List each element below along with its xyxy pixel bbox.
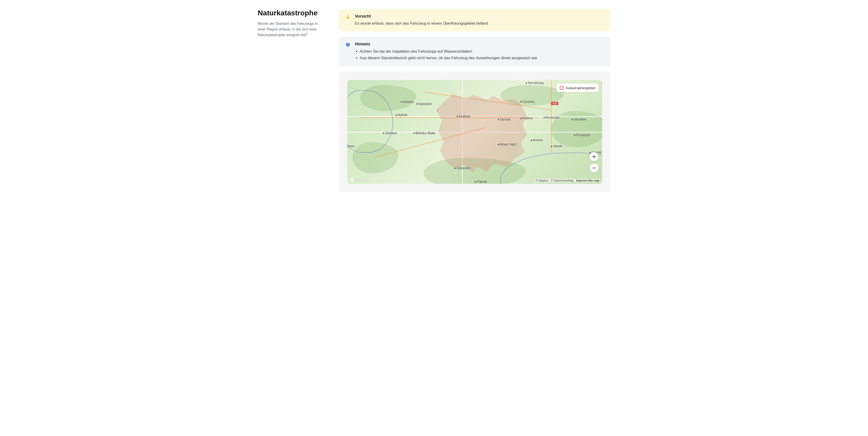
svg-rect-3 [348, 44, 348, 46]
city-label: Rybnik [396, 113, 407, 117]
city-label: Sanok [551, 144, 562, 148]
zoom-in-button[interactable] [590, 152, 598, 161]
alert-warning-title: Vorsicht [355, 14, 604, 19]
alert-info-body: Hinweis Achten Sie bei der Inspektion de… [355, 42, 604, 61]
city-label: Przemyśl [574, 133, 590, 137]
alert-info: Hinweis Achten Sie bei der Inspektion de… [339, 37, 610, 66]
alert-warning: Vorsicht Es wurde erfasst, dass sich das… [339, 9, 610, 31]
attribution-improve-link[interactable]: Improve this map [576, 179, 600, 182]
city-label: Rzeszów [544, 115, 559, 119]
road-badge: S19 [551, 102, 558, 105]
svg-point-1 [348, 18, 348, 18]
legend-label: Katastrophengebiet [566, 86, 595, 90]
page-root: Naturkatastrophe Wurde der Standort des … [258, 9, 610, 192]
plus-icon [592, 155, 596, 159]
city-label: Nowy Sącz [498, 142, 517, 146]
mapbox-logo-text: mapbox [355, 178, 367, 181]
city-label: Krakow [457, 114, 470, 118]
minus-icon [592, 166, 596, 170]
alert-info-title: Hinweis [355, 42, 604, 46]
mapbox-logo-icon [350, 178, 353, 181]
city-label: Bielsko-Biała [413, 131, 435, 135]
main-content: Vorsicht Es wurde erfasst, dass sich das… [339, 9, 610, 192]
city-label: Jarosław [572, 118, 586, 121]
map-attribution: © Mapbox © OpenStreetMap Improve this ma… [535, 179, 600, 182]
city-label: Tarnów [498, 118, 510, 121]
mapbox-logo[interactable]: mapbox [350, 178, 367, 181]
list-item: Aus diesem Standortbericht geht nicht he… [360, 55, 604, 61]
map-card: Tarnobrzeg Gliwice Katowice Cyranka Rybn… [339, 72, 610, 192]
attribution-osm-link[interactable]: © OpenStreetMap [551, 179, 574, 182]
list-item: Achten Sie bei der Inspektion des Fahrze… [360, 48, 604, 55]
city-label: Tarnobrzeg [526, 81, 544, 85]
disaster-area-overlay [436, 92, 528, 173]
sidebar: Naturkatastrophe Wurde der Standort des … [258, 9, 326, 192]
city-label: Poprad [475, 180, 487, 183]
map[interactable]: Tarnobrzeg Gliwice Katowice Cyranka Rybn… [347, 80, 602, 184]
legend-swatch-icon [560, 86, 564, 90]
city-label: Dębica [521, 116, 532, 120]
svg-rect-0 [348, 16, 348, 18]
zoom-out-button[interactable] [590, 164, 598, 172]
info-icon [345, 42, 350, 47]
city-label: Zakopane [454, 166, 470, 170]
page-title: Naturkatastrophe [258, 9, 326, 17]
zoom-controls [590, 152, 598, 172]
city-label: Katowice [416, 102, 432, 106]
city-label: Krosno [531, 138, 543, 142]
city-label: Gliwice [401, 100, 414, 104]
map-legend: Katastrophengebiet [557, 83, 598, 92]
alert-warning-body: Vorsicht Es wurde erfasst, dass sich das… [355, 14, 604, 26]
attribution-mapbox-link[interactable]: © Mapbox [536, 179, 549, 182]
alert-warning-text: Es wurde erfasst, dass sich das Fahrzeug… [355, 21, 604, 26]
city-label: mouc [347, 144, 355, 148]
city-label: Cyranka [521, 100, 534, 103]
city-label: Ostrava [383, 131, 397, 135]
svg-point-4 [348, 43, 348, 44]
alert-info-list: Achten Sie bei der Inspektion des Fahrze… [355, 48, 604, 61]
warning-icon [345, 14, 350, 20]
page-subtitle: Wurde der Standort des Fahrzeugs in eine… [258, 21, 326, 38]
